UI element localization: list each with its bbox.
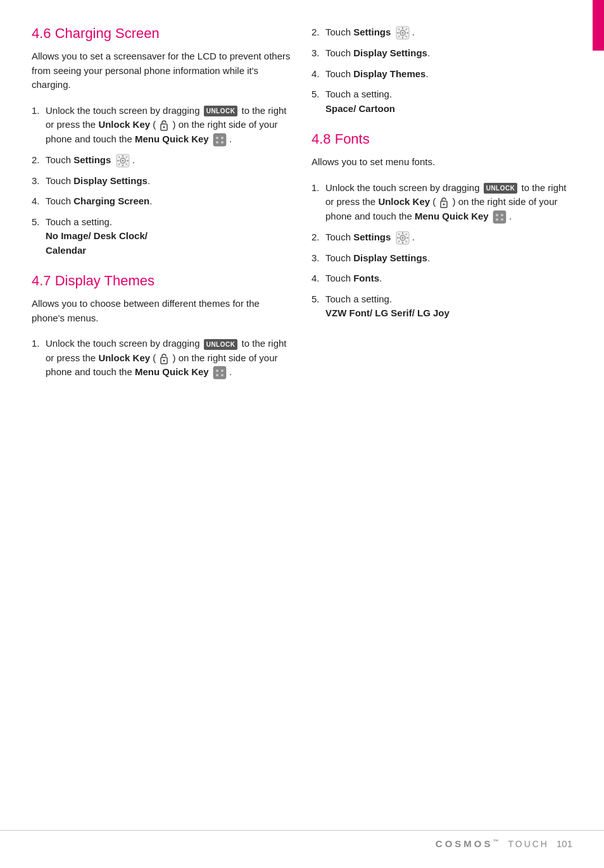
step-46-1: 1. Unlock the touch screen by dragging U…	[32, 104, 293, 147]
step-48-3-num: 3.	[311, 251, 325, 266]
step-47-1: 1. Unlock the touch screen by dragging U…	[32, 337, 293, 380]
step-47-4: 4. Touch Display Themes.	[311, 67, 572, 82]
step-47-4-content: Touch Display Themes.	[325, 67, 572, 82]
content-wrapper: 4.6 Charging Screen Allows you to set a …	[32, 25, 572, 395]
svg-point-27	[401, 32, 403, 34]
step-47-2-content: Touch Settings	[325, 25, 572, 40]
section-46-desc: Allows you to set a screensaver for the …	[32, 49, 293, 92]
step-48-3-content: Touch Display Settings.	[325, 251, 572, 266]
step-46-5: 5. Touch a setting. No Image/ Desk Clock…	[32, 215, 293, 258]
svg-point-42	[501, 218, 503, 221]
step-46-4-num: 4.	[32, 194, 46, 209]
step-47-1-num: 1.	[32, 337, 46, 351]
step-47-3-content: Touch Display Settings.	[325, 46, 572, 61]
step-47-1-content: Unlock the touch screen by dragging UNLO…	[46, 337, 293, 380]
step-48-1-num: 1.	[311, 181, 325, 195]
svg-rect-20	[213, 366, 226, 379]
svg-point-41	[496, 218, 498, 221]
step-48-1: 1. Unlock the touch screen by dragging U…	[311, 181, 572, 224]
menu-quick-key-icon-48-1	[493, 210, 506, 224]
svg-point-45	[401, 237, 403, 239]
section-48-title: 4.8 Fonts	[311, 131, 572, 147]
unlock-key-icon	[160, 120, 168, 131]
brand-name: COSMOS™ TOUCH	[436, 838, 549, 849]
step-47-5-num: 5.	[311, 87, 325, 102]
step-47-2: 2. Touch Settings	[311, 25, 572, 40]
step-48-5-options: VZW Font/ LG Serif/ LG Joy	[325, 307, 450, 318]
step-47-3-num: 3.	[311, 46, 325, 61]
section-48-steps: 1. Unlock the touch screen by dragging U…	[311, 181, 572, 321]
step-47-4-num: 4.	[311, 67, 325, 82]
section-47-desc: Allows you to choose between different t…	[32, 297, 293, 325]
step-46-5-content: Touch a setting. No Image/ Desk Clock/Ca…	[46, 215, 293, 258]
step-48-2: 2. Touch Settings	[311, 230, 572, 245]
cosmos-text: COSMOS	[436, 838, 493, 849]
svg-rect-38	[493, 211, 506, 223]
unlock-key-icon-47	[160, 353, 168, 364]
step-46-2-num: 2.	[32, 153, 46, 168]
step-48-5-num: 5.	[311, 292, 325, 307]
step-46-3-content: Touch Display Settings.	[46, 174, 293, 189]
step-47-2-num: 2.	[311, 25, 325, 40]
step-47-3: 3. Touch Display Settings.	[311, 46, 572, 61]
svg-point-21	[216, 369, 218, 372]
step-46-3: 3. Touch Display Settings.	[32, 174, 293, 189]
unlock-badge: UNLOCK	[204, 106, 238, 116]
settings-icon-47-2	[396, 26, 410, 40]
step-46-4: 4. Touch Charging Screen.	[32, 194, 293, 209]
step-48-1-content: Unlock the touch screen by dragging UNLO…	[325, 181, 572, 224]
page-number: 101	[557, 838, 572, 849]
step-47-5: 5. Touch a setting. Space/ Cartoon	[311, 87, 572, 116]
svg-rect-2	[213, 133, 226, 146]
menu-quick-key-icon-47-1	[213, 366, 227, 380]
right-column: 2. Touch Settings	[311, 25, 572, 395]
trademark-symbol: ™	[493, 838, 501, 845]
step-48-5: 5. Touch a setting. VZW Font/ LG Serif/ …	[311, 292, 572, 321]
step-46-1-num: 1.	[32, 104, 46, 118]
section-46-steps: 1. Unlock the touch screen by dragging U…	[32, 104, 293, 258]
svg-point-3	[216, 137, 218, 139]
unlock-badge-48: UNLOCK	[484, 183, 518, 194]
page-container: 4.6 Charging Screen Allows you to set a …	[0, 0, 604, 868]
step-48-2-num: 2.	[311, 230, 325, 245]
section-47-steps-right: 2. Touch Settings	[311, 25, 572, 116]
step-48-4-num: 4.	[311, 271, 325, 286]
step-46-2-content: Touch Settings	[46, 153, 293, 168]
step-47-5-options: Space/ Cartoon	[325, 103, 395, 114]
section-46-title: 4.6 Charging Screen	[32, 25, 293, 42]
step-48-2-content: Touch Settings	[325, 230, 572, 245]
svg-point-5	[216, 141, 218, 144]
step-46-1-content: Unlock the touch screen by dragging UNLO…	[46, 104, 293, 147]
page-footer: COSMOS™ TOUCH 101	[0, 830, 604, 849]
svg-point-22	[221, 369, 223, 372]
tab-marker	[593, 0, 604, 51]
step-46-4-content: Touch Charging Screen.	[46, 194, 293, 209]
svg-point-1	[163, 127, 165, 128]
svg-point-24	[221, 374, 223, 376]
svg-point-23	[216, 374, 218, 376]
svg-point-37	[443, 204, 445, 206]
step-46-3-num: 3.	[32, 174, 46, 189]
svg-point-6	[221, 141, 223, 144]
svg-point-40	[501, 214, 503, 216]
unlock-key-icon-48	[439, 197, 448, 208]
unlock-badge-47: UNLOCK	[204, 339, 238, 350]
section-47-steps-left: 1. Unlock the touch screen by dragging U…	[32, 337, 293, 380]
step-48-3: 3. Touch Display Settings.	[311, 251, 572, 266]
step-48-4-content: Touch Fonts.	[325, 271, 572, 286]
svg-point-19	[163, 359, 165, 361]
settings-icon-48-2	[396, 231, 410, 245]
touch-text: TOUCH	[508, 839, 549, 849]
svg-point-9	[122, 159, 123, 161]
menu-quick-key-icon-46-1	[213, 133, 227, 147]
svg-point-39	[496, 214, 498, 216]
section-47-title: 4.7 Display Themes	[32, 273, 293, 289]
settings-icon-46-2	[116, 154, 130, 168]
step-48-5-content: Touch a setting. VZW Font/ LG Serif/ LG …	[325, 292, 572, 321]
step-48-4: 4. Touch Fonts.	[311, 271, 572, 286]
step-46-5-options: No Image/ Desk Clock/Calendar	[46, 230, 148, 256]
svg-point-4	[221, 137, 223, 139]
section-48-desc: Allows you to set menu fonts.	[311, 155, 572, 170]
step-47-5-content: Touch a setting. Space/ Cartoon	[325, 87, 572, 116]
left-column: 4.6 Charging Screen Allows you to set a …	[32, 25, 293, 395]
